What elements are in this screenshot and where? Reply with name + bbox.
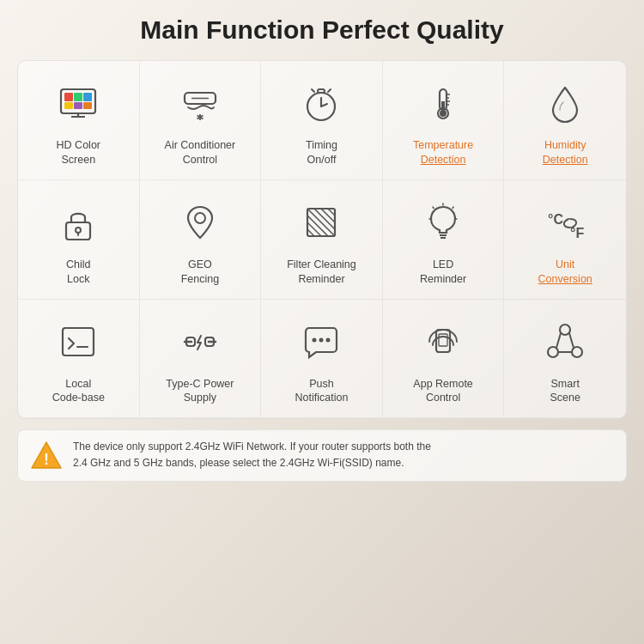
svg-point-55 [313, 337, 317, 342]
scene-icon [538, 315, 592, 368]
svg-rect-18 [318, 89, 325, 93]
svg-line-38 [307, 209, 335, 236]
grid-item-filter: Filter CleaningReminder [261, 180, 383, 300]
svg-rect-29 [66, 222, 90, 240]
ac-icon [173, 76, 227, 130]
grid-item-led-reminder: LEDReminder [383, 180, 505, 300]
geo-fencing-label: GEOFencing [181, 258, 219, 287]
grid-item-humidity: HumidityDetection [504, 61, 626, 180]
svg-rect-3 [74, 93, 82, 101]
filter-label: Filter CleaningReminder [287, 258, 356, 287]
temperature-label: TemperatureDetection [413, 138, 473, 167]
svg-text:!: ! [44, 451, 49, 468]
svg-rect-5 [64, 102, 73, 109]
svg-line-64 [569, 333, 574, 348]
grid-item-hd-color-screen: HD ColorScreen [18, 61, 140, 180]
codebase-label: LocalCode-base [52, 377, 105, 406]
page-title: Main Function Perfect Quality [17, 15, 627, 45]
humidity-label: HumidityDetection [543, 138, 588, 167]
geo-icon [173, 196, 227, 249]
grid-item-temperature: TemperatureDetection [383, 61, 505, 180]
grid-item-child-lock: ChildLock [18, 180, 140, 300]
timing-label: TimingOn/off [306, 138, 337, 167]
lock-icon [52, 196, 105, 249]
warning-icon: ! [30, 439, 63, 471]
grid-item-push-notification: PushNotification [261, 300, 383, 419]
led-reminder-label: LEDReminder [420, 258, 466, 287]
typec-icon [173, 315, 227, 368]
grid-item-geo-fencing: GEOFencing [140, 180, 262, 300]
svg-point-32 [195, 213, 205, 223]
svg-text:°C: °C [548, 212, 563, 227]
typec-label: Type-C PowerSupply [166, 377, 234, 406]
child-lock-label: ChildLock [66, 258, 91, 287]
grid-item-typec: Type-C PowerSupply [140, 300, 262, 419]
grid-item-timing: TimingOn/off [261, 61, 383, 180]
footer-text: The device only support 2.4GHz WiFi Netw… [73, 439, 431, 471]
push-notification-label: PushNotification [295, 377, 349, 406]
hd-color-screen-label: HD ColorScreen [57, 138, 100, 167]
svg-line-46 [433, 207, 434, 209]
svg-line-20 [328, 89, 331, 92]
timer-icon [295, 76, 348, 130]
svg-point-57 [326, 337, 331, 342]
svg-point-60 [560, 325, 570, 335]
codebase-icon [52, 315, 105, 368]
svg-rect-7 [83, 102, 92, 109]
ac-label: Air ConditionerControl [165, 138, 236, 167]
svg-text:°F: °F [570, 226, 584, 240]
footer-notice: ! The device only support 2.4GHz WiFi Ne… [17, 429, 627, 481]
unit-conversion-label: UnitConversion [538, 258, 592, 287]
led-bulb-icon [416, 196, 470, 249]
svg-line-63 [556, 333, 561, 348]
grid-item-app-remote: App RemoteControl [383, 300, 505, 419]
unit-icon: °C °F [538, 196, 592, 249]
grid-item-codebase: LocalCode-base [18, 300, 140, 419]
svg-point-62 [572, 347, 582, 357]
svg-point-61 [548, 347, 558, 357]
filter-icon [295, 196, 348, 249]
svg-point-24 [440, 110, 447, 117]
push-icon [295, 315, 348, 368]
svg-rect-2 [64, 93, 73, 101]
svg-rect-6 [74, 102, 82, 109]
svg-line-19 [312, 89, 314, 92]
thermometer-icon [416, 76, 470, 130]
smart-scene-label: SmartScene [550, 377, 580, 406]
svg-line-35 [307, 222, 321, 236]
svg-line-37 [321, 209, 335, 222]
svg-point-56 [319, 337, 324, 342]
svg-line-45 [453, 207, 453, 209]
humidity-icon [538, 76, 592, 130]
remote-icon [416, 315, 470, 368]
grid-item-unit-conversion: °C °F UnitConversion [504, 180, 626, 300]
led-icon [52, 76, 105, 130]
grid-item-ac-control: Air ConditionerControl [140, 61, 262, 180]
feature-grid: HD ColorScreen Air ConditionerControl [17, 60, 627, 419]
svg-rect-51 [63, 328, 94, 355]
app-remote-label: App RemoteControl [413, 377, 472, 406]
grid-item-smart-scene: SmartScene [504, 300, 626, 419]
svg-rect-4 [83, 93, 92, 101]
